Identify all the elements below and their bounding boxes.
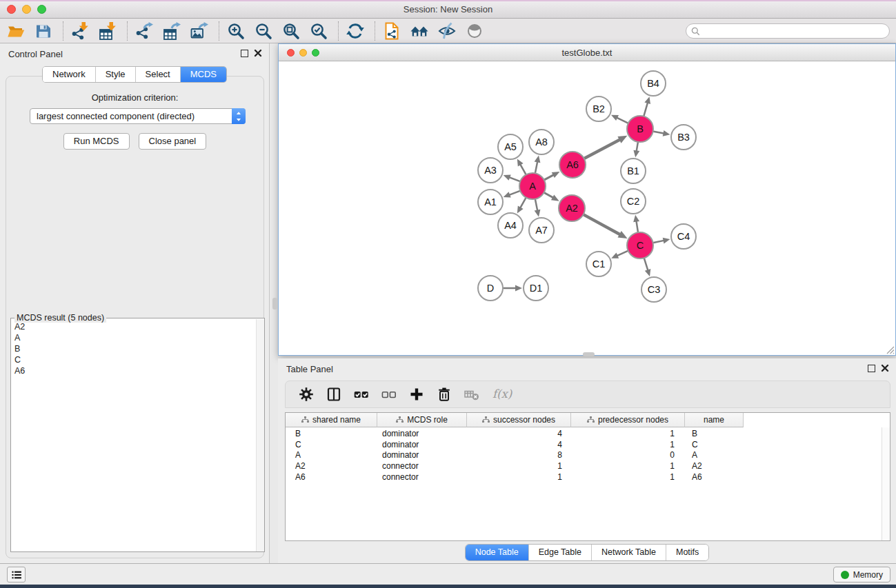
- search-input[interactable]: [700, 25, 889, 37]
- cell-MCDS-role[interactable]: connector: [377, 472, 467, 482]
- mcds-result-scrollbar[interactable]: [256, 319, 264, 551]
- cell-name[interactable]: A2: [685, 461, 744, 471]
- graph-node-A[interactable]: A: [519, 173, 546, 199]
- cell-successor-nodes[interactable]: 4: [467, 429, 571, 438]
- import-network-button[interactable]: [70, 21, 89, 40]
- tab-edge-table[interactable]: Edge Table: [529, 545, 592, 560]
- search-box[interactable]: [686, 23, 890, 39]
- network-manager-button[interactable]: [410, 21, 428, 40]
- hide-panels-button[interactable]: [437, 21, 456, 40]
- cell-predecessor-nodes[interactable]: 1: [571, 440, 685, 449]
- memory-button[interactable]: Memory: [833, 567, 890, 582]
- split-view-button[interactable]: [326, 387, 341, 403]
- tab-style[interactable]: Style: [96, 67, 136, 82]
- graph-node-C2[interactable]: C2: [621, 189, 646, 214]
- graph-node-C1[interactable]: C1: [586, 252, 611, 276]
- column-header-name[interactable]: name: [685, 413, 744, 427]
- graph-node-D1[interactable]: D1: [524, 276, 548, 301]
- mcds-result-item[interactable]: A6: [14, 365, 256, 376]
- table-row[interactable]: A6connector11A6: [286, 472, 882, 483]
- zoom-in-button[interactable]: [226, 21, 245, 40]
- cell-shared-name[interactable]: A: [286, 450, 377, 460]
- save-session-button[interactable]: [34, 21, 52, 40]
- zoom-selected-button[interactable]: [309, 21, 328, 40]
- cell-successor-nodes[interactable]: 1: [467, 472, 571, 482]
- mdi-vertical-scrollbar[interactable]: [272, 298, 277, 310]
- graph-node-C3[interactable]: C3: [641, 277, 666, 302]
- graph-node-A3[interactable]: A3: [478, 158, 503, 183]
- table-row[interactable]: Cdominator41C: [286, 439, 882, 450]
- tab-network[interactable]: Network: [43, 67, 96, 82]
- open-file-button[interactable]: [6, 21, 25, 40]
- graph-node-C[interactable]: C: [627, 232, 653, 258]
- graph-node-A7[interactable]: A7: [529, 218, 554, 243]
- graph-node-D[interactable]: D: [478, 276, 503, 301]
- export-network-button[interactable]: [135, 21, 153, 40]
- tab-motifs[interactable]: Motifs: [666, 545, 708, 560]
- column-header-MCDS-role[interactable]: MCDS role: [377, 413, 467, 427]
- graph-node-B[interactable]: B: [627, 116, 653, 142]
- graph-node-A5[interactable]: A5: [498, 134, 523, 159]
- cell-successor-nodes[interactable]: 8: [467, 450, 571, 460]
- task-history-button[interactable]: [7, 567, 26, 582]
- mcds-result-list[interactable]: A2ABCA6: [11, 319, 256, 551]
- cell-predecessor-nodes[interactable]: 1: [571, 472, 685, 482]
- cell-successor-nodes[interactable]: 4: [467, 440, 571, 449]
- cell-name[interactable]: B: [685, 429, 744, 438]
- column-header-shared-name[interactable]: shared name: [286, 413, 377, 427]
- graph-node-B1[interactable]: B1: [621, 159, 646, 183]
- show-graphics-details-button[interactable]: [465, 21, 484, 40]
- table-float-panel-icon[interactable]: [868, 365, 875, 372]
- cell-predecessor-nodes[interactable]: 0: [571, 450, 685, 460]
- column-header-successor-nodes[interactable]: successor nodes: [467, 413, 571, 427]
- graph-node-A8[interactable]: A8: [529, 130, 554, 154]
- cell-shared-name[interactable]: A6: [286, 472, 377, 482]
- graph-node-A1[interactable]: A1: [478, 190, 503, 214]
- mcds-result-item[interactable]: B: [14, 343, 256, 354]
- graph-node-A6[interactable]: A6: [559, 152, 586, 178]
- export-table-button[interactable]: [162, 21, 181, 40]
- mcds-result-item[interactable]: A2: [14, 321, 256, 332]
- refresh-layout-button[interactable]: [346, 21, 364, 40]
- table-row[interactable]: Bdominator41B: [286, 428, 882, 439]
- cell-shared-name[interactable]: C: [286, 440, 377, 449]
- criterion-dropdown[interactable]: largest connected component (directed): [30, 108, 246, 124]
- cell-name[interactable]: C: [685, 440, 744, 449]
- close-panel-button[interactable]: Close panel: [139, 133, 207, 150]
- float-panel-icon[interactable]: [241, 50, 248, 57]
- table-settings-button[interactable]: [298, 387, 314, 403]
- table-row[interactable]: Adominator80A: [286, 449, 882, 460]
- tab-mcds[interactable]: MCDS: [181, 67, 226, 82]
- add-column-button[interactable]: [408, 387, 424, 403]
- import-table-button[interactable]: [98, 21, 117, 40]
- network-canvas[interactable]: B4B2BB3A8A5A6A3B1AA1C2A2A4A7C4CC1C3DD1: [279, 61, 895, 355]
- delete-row-button[interactable]: [436, 387, 452, 403]
- network-window-titlebar[interactable]: testGlobe.txt: [279, 44, 895, 61]
- zoom-out-button[interactable]: [254, 21, 272, 40]
- deselect-all-checkbox-button[interactable]: [381, 387, 397, 403]
- mdi-horizontal-scrollbar[interactable]: [583, 352, 595, 356]
- cell-name[interactable]: A: [685, 450, 744, 460]
- graph-node-A2[interactable]: A2: [559, 195, 585, 221]
- cell-successor-nodes[interactable]: 1: [467, 461, 571, 471]
- mcds-result-item[interactable]: C: [14, 354, 256, 365]
- cell-predecessor-nodes[interactable]: 1: [571, 461, 685, 471]
- cell-shared-name[interactable]: B: [286, 429, 377, 438]
- cell-shared-name[interactable]: A2: [286, 461, 377, 471]
- graph-node-A4[interactable]: A4: [498, 213, 523, 238]
- graph-node-C4[interactable]: C4: [671, 224, 696, 249]
- mcds-result-item[interactable]: A: [14, 332, 256, 343]
- graph-node-B4[interactable]: B4: [641, 71, 666, 96]
- cell-MCDS-role[interactable]: dominator: [377, 440, 467, 449]
- cell-name[interactable]: A6: [685, 472, 744, 482]
- tab-network-table[interactable]: Network Table: [592, 545, 666, 560]
- cell-MCDS-role[interactable]: dominator: [377, 429, 467, 438]
- network-file-button[interactable]: [382, 21, 401, 40]
- table-scrollbar[interactable]: [882, 427, 890, 540]
- zoom-fit-button[interactable]: [281, 21, 300, 40]
- cell-predecessor-nodes[interactable]: 1: [571, 429, 685, 438]
- graph-node-B2[interactable]: B2: [586, 97, 611, 121]
- export-image-button[interactable]: [190, 21, 208, 40]
- close-panel-icon[interactable]: [254, 49, 262, 57]
- column-header-predecessor-nodes[interactable]: predecessor nodes: [571, 413, 685, 427]
